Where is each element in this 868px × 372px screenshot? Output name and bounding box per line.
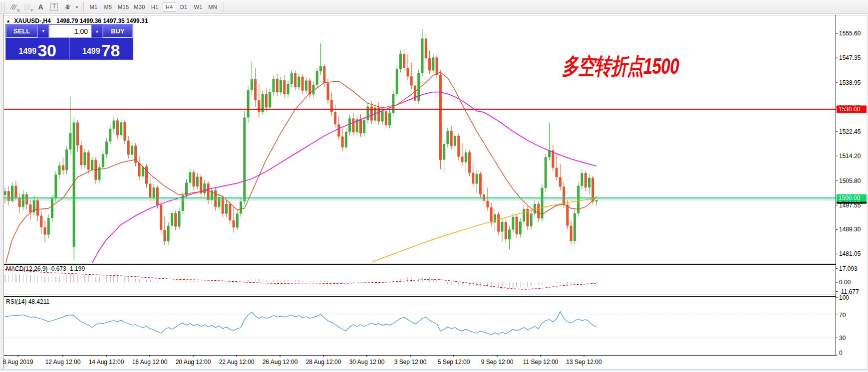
text-box-tool-button[interactable]: T (47, 1, 61, 12)
timeframe-d1-button[interactable]: D1 (177, 2, 191, 12)
svg-text:14 Aug 12:00: 14 Aug 12:00 (89, 359, 124, 366)
svg-text:30 Aug 12:00: 30 Aug 12:00 (349, 359, 385, 366)
svg-text:28 Aug 12:00: 28 Aug 12:00 (306, 359, 341, 366)
macd-panel (5, 274, 596, 289)
timeframe-m5-button[interactable]: M5 (101, 2, 115, 12)
svg-text:16 Aug 12:00: 16 Aug 12:00 (132, 359, 168, 366)
rsi-axis: 10070300 (836, 294, 849, 357)
chevron-down-icon: ▾ (76, 5, 78, 9)
svg-text:20 Aug 12:00: 20 Aug 12:00 (176, 359, 211, 366)
svg-text:1500.00: 1500.00 (839, 194, 861, 201)
svg-text:1522.45: 1522.45 (839, 128, 861, 135)
buy-price-pips: 78 (101, 43, 120, 58)
window-bottom-edge (0, 369, 868, 372)
buy-button[interactable]: BUY (103, 24, 133, 38)
tool-sub-label: E (17, 8, 20, 12)
boxed-t-icon: T (50, 3, 58, 10)
svg-text:70: 70 (839, 312, 846, 319)
sell-button[interactable]: SELL (6, 24, 37, 38)
svg-text:1547.35: 1547.35 (839, 54, 861, 61)
toolbar-separator (224, 2, 224, 12)
buy-price-main: 1499 (82, 47, 100, 58)
svg-text:11 Sep 12:00: 11 Sep 12:00 (523, 359, 559, 366)
svg-text:1514.20: 1514.20 (839, 153, 861, 160)
svg-text:26 Aug 12:00: 26 Aug 12:00 (263, 359, 298, 366)
mt4-window: { "toolbar": { "tools": [ {"glyph": "E",… (0, 0, 868, 372)
chart-symbol-title: ▲ XAUUSD-,H4 1498.79 1499.36 1497.35 149… (6, 17, 148, 24)
tool-sub-label: F (31, 8, 33, 12)
svg-text:5 Sep 12:00: 5 Sep 12:00 (438, 359, 470, 366)
svg-text:100: 100 (839, 294, 849, 301)
candlestick-series (4, 29, 598, 298)
macd-axis: 17.0930.00-11.677 (836, 265, 859, 295)
text-label-tool-button[interactable]: A (34, 1, 47, 12)
window-left-edge (0, 14, 3, 372)
svg-text:1555.60: 1555.60 (839, 30, 861, 37)
timeframe-m1-button[interactable]: M1 (87, 2, 100, 12)
volume-decrease-button[interactable]: ▼ (37, 24, 49, 38)
sell-price-main: 1499 (19, 47, 37, 58)
ohlc-values: 1498.79 1499.36 1497.35 1499.31 (56, 17, 148, 24)
sell-price-display[interactable]: 1499 30 (6, 38, 69, 59)
volume-increase-button[interactable]: ▲ (91, 24, 103, 38)
letter-a-icon: A (38, 3, 43, 11)
timeframe-h1-button[interactable]: H1 (148, 2, 162, 12)
svg-text:1505.80: 1505.80 (839, 178, 861, 185)
svg-text:1489.30: 1489.30 (839, 226, 861, 233)
cycle-arrows-tool-button[interactable]: ▾ (61, 1, 74, 12)
timeframe-h4-button[interactable]: H4 (163, 2, 176, 12)
svg-text:13 Sep 12:00: 13 Sep 12:00 (566, 359, 602, 366)
svg-text:8 Aug 2019: 8 Aug 2019 (3, 359, 33, 366)
symbol-period-label: XAUUSD-,H4 (14, 17, 50, 24)
macd-signal-line (5, 269, 596, 289)
timeframe-w1-button[interactable]: W1 (192, 2, 205, 12)
timeframe-mn-button[interactable]: MN (206, 2, 220, 12)
one-click-trading-panel: SELL ▼ ▲ BUY 1499 30 1499 78 (5, 24, 133, 60)
svg-text:1481.05: 1481.05 (839, 250, 861, 257)
price-axis: 1555.601547.351538.951530.701522.451514.… (836, 30, 867, 257)
svg-text:12 Aug 12:00: 12 Aug 12:00 (45, 359, 81, 366)
svg-text:3 Sep 12:00: 3 Sep 12:00 (394, 359, 427, 366)
timeframe-m30-button[interactable]: M30 (132, 2, 147, 12)
svg-text:1538.95: 1538.95 (839, 79, 861, 86)
svg-text:0: 0 (839, 350, 843, 357)
timeframe-m15-button[interactable]: M15 (116, 2, 131, 12)
one-click-expander-icon[interactable]: ▲ (6, 18, 10, 23)
toolbar: E F A T ▾ M1 M5 M15 M30 H1 H4 D1 W1 MN (0, 0, 868, 14)
grid-f-tool-button[interactable]: F (20, 1, 34, 12)
chart-text-annotation[interactable]: 多空转折点1500 (562, 51, 679, 81)
svg-text:1530.00: 1530.00 (839, 106, 861, 113)
timeframe-toolbar-grip[interactable] (81, 2, 84, 11)
chart-draw-e-tool-button[interactable]: E (7, 1, 20, 12)
svg-text:0.00: 0.00 (839, 279, 851, 286)
date-axis: 8 Aug 201912 Aug 12:0014 Aug 12:0016 Aug… (3, 355, 602, 366)
svg-text:9 Sep 12:00: 9 Sep 12:00 (481, 359, 514, 366)
svg-text:17.093: 17.093 (839, 265, 858, 272)
sell-price-pips: 30 (37, 43, 56, 58)
svg-text:30: 30 (839, 335, 846, 342)
rsi-panel (4, 312, 836, 338)
buy-price-display[interactable]: 1499 78 (69, 38, 133, 59)
rsi-indicator-label: RSI(14) 48.4211 (6, 298, 49, 305)
toolbar-grip[interactable] (1, 2, 4, 11)
svg-text:22 Aug 12:00: 22 Aug 12:00 (219, 359, 255, 366)
volume-input[interactable] (49, 24, 91, 38)
cycle-arrows-icon (63, 3, 72, 11)
macd-indicator-label: MACD(12,26,9) -0.673 -1.199 (6, 265, 85, 272)
